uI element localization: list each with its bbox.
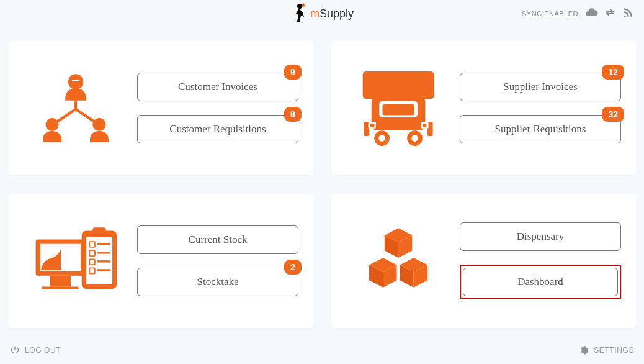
svg-rect-8: [382, 104, 414, 116]
sync-status-label: SYNC ENABLED: [522, 10, 578, 17]
tile-modules: Dispensary Dashboard: [331, 194, 636, 328]
svg-point-4: [92, 118, 105, 131]
dashboard-button[interactable]: Dashboard: [463, 268, 618, 296]
sync-exchange-icon[interactable]: [604, 7, 615, 20]
svg-point-13: [378, 135, 385, 142]
stocktake-button[interactable]: Stocktake 2: [137, 268, 298, 296]
supplier-invoices-button[interactable]: Supplier Invoices 12: [460, 73, 621, 101]
button-label: Customer Requisitions: [169, 123, 266, 135]
button-label: Current Stock: [189, 234, 248, 246]
svg-point-0: [297, 4, 302, 9]
stock-clipboard-icon: [23, 224, 128, 298]
dashboard-grid: Customer Invoices 9 Customer Requisition…: [0, 27, 644, 328]
tile-supplier: Supplier Invoices 12 Supplier Requisitio…: [331, 41, 636, 175]
customer-invoices-button[interactable]: Customer Invoices 9: [137, 73, 298, 101]
svg-rect-33: [97, 269, 110, 271]
gear-icon: [579, 345, 589, 355]
svg-rect-2: [72, 80, 79, 81]
svg-rect-21: [50, 276, 71, 287]
supplier-requisitions-badge: 32: [602, 107, 624, 122]
header-right: SYNC ENABLED: [522, 0, 634, 27]
logout-button[interactable]: LOG OUT: [10, 345, 61, 355]
supplier-requisitions-button[interactable]: Supplier Requisitions 32: [460, 115, 621, 143]
svg-rect-17: [370, 124, 374, 127]
svg-rect-5: [363, 71, 434, 99]
footer-bar: LOG OUT SETTINGS: [0, 345, 644, 355]
button-label: Supplier Invoices: [503, 81, 577, 93]
svg-rect-29: [97, 252, 110, 254]
header-bar: mSupply SYNC ENABLED: [0, 0, 644, 27]
power-icon: [10, 345, 20, 355]
svg-point-14: [411, 135, 418, 142]
button-label: Customer Invoices: [178, 81, 257, 93]
brand: mSupply: [290, 3, 354, 24]
supplier-invoices-badge: 12: [602, 65, 624, 80]
svg-rect-31: [97, 260, 110, 263]
svg-point-1: [68, 74, 84, 89]
customer-invoices-badge: 9: [284, 65, 302, 80]
settings-button[interactable]: SETTINGS: [579, 345, 634, 355]
button-label: Stocktake: [197, 276, 238, 288]
customer-requisitions-badge: 8: [284, 107, 302, 122]
svg-point-3: [45, 118, 58, 131]
svg-rect-18: [423, 124, 426, 127]
supplier-truck-icon: [346, 65, 451, 152]
button-label: Dashboard: [517, 276, 563, 288]
logout-label: LOG OUT: [25, 346, 61, 355]
settings-label: SETTINGS: [594, 346, 634, 355]
svg-rect-22: [42, 286, 78, 289]
brand-rest: Supply: [320, 7, 354, 20]
dashboard-highlight-frame: Dashboard: [460, 265, 621, 299]
customer-requisitions-button[interactable]: Customer Requisitions 8: [137, 115, 298, 143]
tile-stock: Current Stock Stocktake 2: [8, 194, 313, 328]
feed-icon[interactable]: [622, 6, 634, 21]
button-label: Supplier Requisitions: [495, 123, 586, 135]
current-stock-button[interactable]: Current Stock: [137, 225, 298, 254]
svg-rect-25: [92, 227, 105, 236]
brand-letter-m: m: [310, 7, 320, 20]
brand-text: mSupply: [310, 7, 354, 20]
dispensary-button[interactable]: Dispensary: [460, 222, 621, 251]
stocktake-badge: 2: [284, 260, 302, 275]
button-label: Dispensary: [517, 230, 564, 243]
cloud-icon[interactable]: [584, 6, 598, 22]
modules-boxes-icon: [346, 224, 451, 298]
tile-customer: Customer Invoices 9 Customer Requisition…: [8, 41, 313, 175]
brand-logo-icon: [290, 3, 308, 24]
customer-icon: [23, 68, 128, 148]
svg-rect-27: [97, 243, 110, 245]
